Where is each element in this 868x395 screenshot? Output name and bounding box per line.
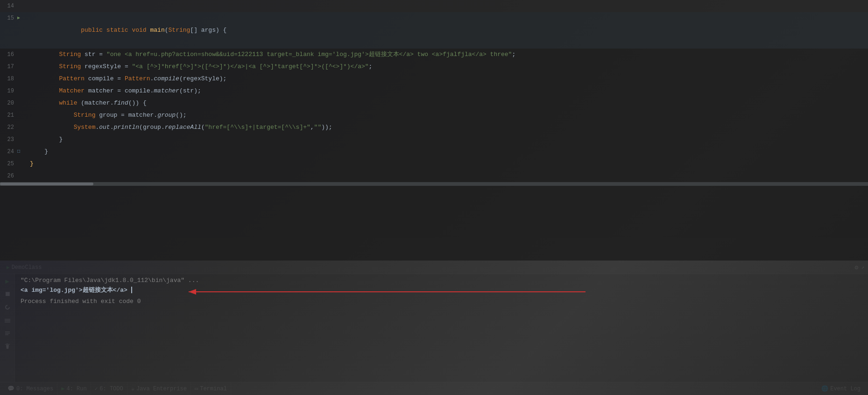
line-content-19: Matcher matcher = compile.matcher(str); xyxy=(28,85,868,97)
line-content-24: } xyxy=(28,146,868,158)
code-line-25: 25 } xyxy=(0,158,868,170)
line-content-25: } xyxy=(28,158,868,170)
editor-container: 14 15 ▶ public static void main(String[]… xyxy=(0,0,868,395)
line-gutter-22: 22 xyxy=(0,121,28,134)
line-gutter-19: 19 xyxy=(0,85,28,97)
line-content-20: while (matcher.find()) { xyxy=(28,97,868,109)
line-gutter-15: 15 ▶ xyxy=(0,12,28,24)
run-command-line: "C:\Program Files\Java\jdk1.8.0_112\bin\… xyxy=(21,277,862,284)
line-gutter-14: 14 xyxy=(0,0,28,12)
line-gutter-20: 20 xyxy=(0,97,28,109)
code-line-21: 21 String group = matcher.group(); xyxy=(0,109,868,121)
line-gutter-16: 16 xyxy=(0,49,28,61)
run-process-line: Process finished with exit code 0 xyxy=(21,298,862,305)
output-text: <a img='log.jpg'>超链接文本</a> xyxy=(21,286,127,294)
code-line-18: 18 Pattern compile = Pattern.compile(reg… xyxy=(0,73,868,85)
code-lines: 14 15 ▶ public static void main(String[]… xyxy=(0,0,868,182)
line-gutter-26: 26 xyxy=(0,170,28,182)
code-line-23: 23 } xyxy=(0,134,868,146)
line-gutter-18: 18 xyxy=(0,73,28,85)
text-cursor xyxy=(131,287,132,293)
line-gutter-23: 23 xyxy=(0,134,28,146)
bookmark-icon: □ xyxy=(14,146,23,158)
annotation-arrow xyxy=(179,285,600,299)
code-line-14: 14 xyxy=(0,0,868,12)
line-content-16: String str = "one <a href=u.php?action=s… xyxy=(28,49,868,61)
code-scrollbar[interactable] xyxy=(0,182,868,186)
code-line-24: 24 □ } xyxy=(0,146,868,158)
line-content-22: System.out.println(group.replaceAll("hre… xyxy=(28,121,868,134)
code-editor[interactable]: 14 15 ▶ public static void main(String[]… xyxy=(0,0,868,261)
line-gutter-21: 21 xyxy=(0,109,28,121)
line-gutter-24: 24 □ xyxy=(0,146,28,158)
run-panel-body: ▶ ⏹ xyxy=(0,274,868,382)
code-scrollbar-thumb[interactable] xyxy=(0,183,93,185)
exec-arrow-icon: ▶ xyxy=(14,12,23,24)
code-line-15: 15 ▶ public static void main(String[] ar… xyxy=(0,12,868,49)
code-line-22: 22 System.out.println(group.replaceAll("… xyxy=(0,121,868,134)
line-gutter-25: 25 xyxy=(0,158,28,170)
code-line-19: 19 Matcher matcher = compile.matcher(str… xyxy=(0,85,868,97)
code-line-26: 26 xyxy=(0,170,868,182)
run-content-area: "C:\Program Files\Java\jdk1.8.0_112\bin\… xyxy=(15,274,868,382)
run-output-container: <a img='log.jpg'>超链接文本</a> xyxy=(21,286,862,296)
code-line-17: 17 String regexStyle = "<a [^>]*href[^>]… xyxy=(0,61,868,73)
line-content-15: public static void main(String[] args) { xyxy=(28,12,868,49)
code-line-16: 16 String str = "one <a href=u.php?actio… xyxy=(0,49,868,61)
line-content-18: Pattern compile = Pattern.compile(regexS… xyxy=(28,73,868,85)
code-line-20: 20 while (matcher.find()) { xyxy=(0,97,868,109)
run-panel: ▶ DemoClass ⚙ ↗ ▶ ⏹ xyxy=(0,261,868,382)
line-content-23: } xyxy=(28,134,868,146)
line-content-21: String group = matcher.group(); xyxy=(28,109,868,121)
line-gutter-17: 17 xyxy=(0,61,28,73)
line-content-17: String regexStyle = "<a [^>]*href[^>]*>(… xyxy=(28,61,868,73)
run-output-line: <a img='log.jpg'>超链接文本</a> xyxy=(21,286,132,294)
